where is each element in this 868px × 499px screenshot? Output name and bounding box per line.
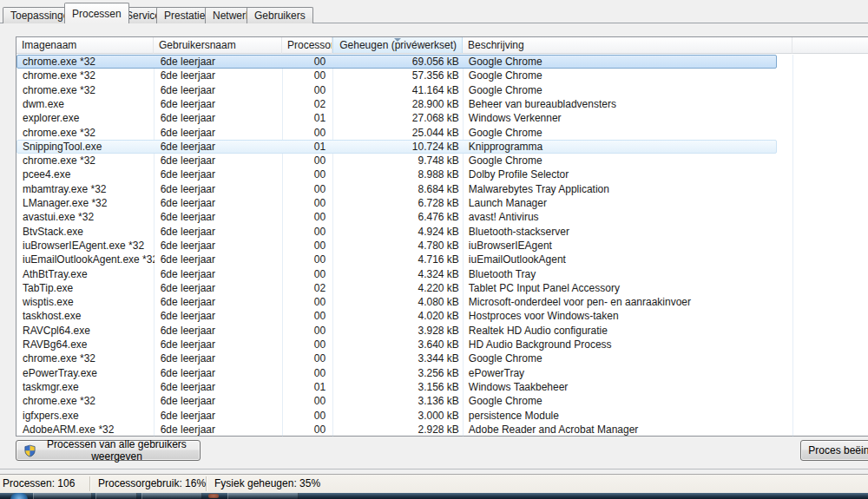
cell-beschrijving: Bluetooth-stackserver bbox=[463, 226, 776, 238]
cell-geheugen: 4.324 kB bbox=[332, 268, 463, 280]
table-row[interactable]: SnippingTool.exe 6de leerjaar 01 10.724 … bbox=[16, 140, 777, 154]
tab-label: Prestaties bbox=[164, 10, 210, 22]
cell-imagenaam: LManager.exe *32 bbox=[17, 197, 155, 209]
process-rows: chrome.exe *32 6de leerjaar 00 69.056 kB… bbox=[16, 55, 868, 436]
table-row[interactable]: RAVBg64.exe 6de leerjaar 00 3.640 kB HD … bbox=[16, 338, 777, 351]
table-row[interactable]: explorer.exe 6de leerjaar 01 27.068 kB W… bbox=[16, 111, 777, 125]
cell-gebruikersnaam: 6de leerjaar bbox=[155, 338, 283, 351]
cell-gebruikersnaam: 6de leerjaar bbox=[155, 211, 283, 223]
tab-label: Netwerk bbox=[213, 10, 251, 22]
cell-beschrijving: Windows Taakbeheer bbox=[463, 381, 776, 393]
cell-imagenaam: RAVBg64.exe bbox=[17, 338, 155, 351]
end-process-button[interactable]: Proces beëindigen bbox=[800, 440, 868, 461]
cell-gebruikersnaam: 6de leerjaar bbox=[155, 325, 283, 337]
column-header-processor[interactable]: Processor bbox=[282, 37, 332, 54]
cell-gebruikersnaam: 6de leerjaar bbox=[155, 367, 283, 379]
show-all-users-button[interactable]: Processen van alle gebruikers weergeven bbox=[16, 440, 201, 461]
table-row[interactable]: chrome.exe *32 6de leerjaar 00 3.136 kB … bbox=[16, 394, 777, 408]
table-row[interactable]: TabTip.exe 6de leerjaar 02 4.220 kB Tabl… bbox=[16, 281, 777, 295]
cell-beschrijving: Hostproces voor Windows-taken bbox=[463, 310, 776, 322]
cell-processor: 00 bbox=[282, 154, 332, 167]
table-row[interactable]: LManager.exe *32 6de leerjaar 00 6.728 k… bbox=[16, 196, 777, 210]
table-row[interactable]: taskhost.exe 6de leerjaar 00 4.020 kB Ho… bbox=[16, 309, 777, 323]
table-row[interactable]: dwm.exe 6de leerjaar 02 28.900 kB Beheer… bbox=[16, 97, 777, 111]
cell-imagenaam: iuEmailOutlookAgent.exe *32 bbox=[17, 253, 155, 266]
cell-imagenaam: TabTip.exe bbox=[17, 282, 155, 294]
cell-geheugen: 4.020 kB bbox=[332, 310, 463, 322]
cell-geheugen: 69.056 kB bbox=[332, 56, 463, 68]
taskbar-item[interactable] bbox=[141, 493, 202, 499]
cell-imagenaam: wisptis.exe bbox=[17, 296, 155, 308]
taskbar-item[interactable] bbox=[227, 493, 299, 499]
task-manager-window: Toepassingen Processen Services Prestati… bbox=[0, 0, 868, 499]
table-row[interactable]: chrome.exe *32 6de leerjaar 00 41.164 kB… bbox=[16, 83, 777, 97]
cell-processor: 00 bbox=[282, 296, 332, 308]
cell-processor: 00 bbox=[282, 367, 332, 379]
cell-imagenaam: dwm.exe bbox=[17, 98, 155, 110]
cell-gebruikersnaam: 6de leerjaar bbox=[155, 282, 283, 294]
column-label: Beschrijving bbox=[468, 39, 524, 51]
cell-imagenaam: SnippingTool.exe bbox=[17, 141, 155, 153]
tab-processen[interactable]: Processen bbox=[64, 3, 129, 23]
table-row[interactable]: AthBtTray.exe 6de leerjaar 00 4.324 kB B… bbox=[16, 267, 777, 281]
tab-gebruikers[interactable]: Gebruikers bbox=[247, 7, 313, 23]
cell-gebruikersnaam: 6de leerjaar bbox=[155, 56, 283, 68]
column-header-imagenaam[interactable]: Imagenaam bbox=[16, 37, 154, 54]
table-row[interactable]: igfxpers.exe 6de leerjaar 00 3.000 kB pe… bbox=[16, 409, 777, 423]
table-row[interactable]: AdobeARM.exe *32 6de leerjaar 00 2.928 k… bbox=[16, 423, 777, 436]
cell-imagenaam: pcee4.exe bbox=[17, 168, 155, 181]
table-row[interactable]: chrome.exe *32 6de leerjaar 00 9.748 kB … bbox=[16, 154, 777, 167]
cell-gebruikersnaam: 6de leerjaar bbox=[155, 183, 283, 195]
cell-beschrijving: Google Chrome bbox=[463, 84, 776, 96]
cell-geheugen: 8.988 kB bbox=[332, 168, 463, 181]
table-row[interactable]: mbamtray.exe *32 6de leerjaar 00 8.684 k… bbox=[16, 182, 777, 196]
cell-geheugen: 2.928 kB bbox=[332, 423, 463, 436]
column-header-geheugen[interactable]: Geheugen (privéwerkset) bbox=[332, 37, 463, 54]
cell-beschrijving: Dolby Profile Selector bbox=[463, 168, 776, 181]
list-header: Imagenaam Gebruikersnaam Processor Geheu… bbox=[16, 37, 868, 54]
table-row[interactable]: pcee4.exe 6de leerjaar 00 8.988 kB Dolby… bbox=[16, 167, 777, 181]
table-row[interactable]: iuBrowserIEAgent.exe *32 6de leerjaar 00… bbox=[16, 239, 777, 253]
cell-imagenaam: chrome.exe *32 bbox=[17, 56, 155, 68]
column-header-gebruikersnaam[interactable]: Gebruikersnaam bbox=[154, 37, 282, 54]
table-row[interactable]: avastui.exe *32 6de leerjaar 00 6.476 kB… bbox=[16, 210, 777, 224]
table-row[interactable]: chrome.exe *32 6de leerjaar 00 69.056 kB… bbox=[16, 55, 777, 69]
taskbar-item[interactable] bbox=[95, 493, 137, 499]
table-row[interactable]: chrome.exe *32 6de leerjaar 00 25.044 kB… bbox=[16, 126, 777, 140]
cell-beschrijving: Launch Manager bbox=[463, 197, 776, 209]
taskbar-item[interactable] bbox=[33, 493, 92, 499]
cell-processor: 00 bbox=[282, 253, 332, 266]
cell-imagenaam: avastui.exe *32 bbox=[17, 211, 155, 223]
cell-gebruikersnaam: 6de leerjaar bbox=[155, 197, 283, 209]
cell-imagenaam: chrome.exe *32 bbox=[17, 69, 155, 82]
table-row[interactable]: ePowerTray.exe 6de leerjaar 00 3.256 kB … bbox=[16, 366, 777, 380]
cell-beschrijving: Malwarebytes Tray Application bbox=[463, 183, 776, 195]
cell-gebruikersnaam: 6de leerjaar bbox=[155, 141, 283, 153]
cell-beschrijving: Google Chrome bbox=[463, 395, 776, 407]
cell-imagenaam: mbamtray.exe *32 bbox=[17, 183, 155, 195]
cell-gebruikersnaam: 6de leerjaar bbox=[155, 226, 283, 238]
status-bar: Processen: 106 Processorgebruik: 16% Fys… bbox=[0, 475, 868, 493]
cell-geheugen: 41.164 kB bbox=[332, 84, 463, 96]
cell-imagenaam: chrome.exe *32 bbox=[17, 84, 155, 96]
cell-geheugen: 10.724 kB bbox=[332, 141, 463, 153]
table-row[interactable]: iuEmailOutlookAgent.exe *32 6de leerjaar… bbox=[16, 253, 777, 266]
cell-imagenaam: explorer.exe bbox=[17, 112, 155, 124]
table-row[interactable]: RAVCpl64.exe 6de leerjaar 00 3.928 kB Re… bbox=[16, 324, 777, 338]
cell-processor: 00 bbox=[282, 395, 332, 407]
table-row[interactable]: chrome.exe *32 6de leerjaar 00 57.356 kB… bbox=[16, 69, 777, 82]
column-header-beschrijving[interactable]: Beschrijving bbox=[463, 37, 792, 54]
cell-geheugen: 3.344 kB bbox=[332, 352, 463, 364]
cell-beschrijving: ePowerTray bbox=[463, 367, 776, 379]
column-label: Processor bbox=[287, 39, 332, 51]
table-row[interactable]: wisptis.exe 6de leerjaar 00 4.080 kB Mic… bbox=[16, 295, 777, 309]
cell-gebruikersnaam: 6de leerjaar bbox=[155, 240, 283, 252]
cell-beschrijving: Google Chrome bbox=[463, 127, 776, 139]
uac-shield-icon bbox=[23, 444, 36, 457]
column-label: Gebruikersnaam bbox=[159, 39, 236, 51]
table-row[interactable]: chrome.exe *32 6de leerjaar 00 3.344 kB … bbox=[16, 351, 777, 365]
table-row[interactable]: taskmgr.exe 6de leerjaar 01 3.156 kB Win… bbox=[16, 380, 777, 394]
cell-imagenaam: igfxpers.exe bbox=[17, 410, 155, 422]
table-row[interactable]: BtvStack.exe 6de leerjaar 00 4.924 kB Bl… bbox=[16, 225, 777, 239]
start-button-icon[interactable] bbox=[10, 493, 28, 499]
